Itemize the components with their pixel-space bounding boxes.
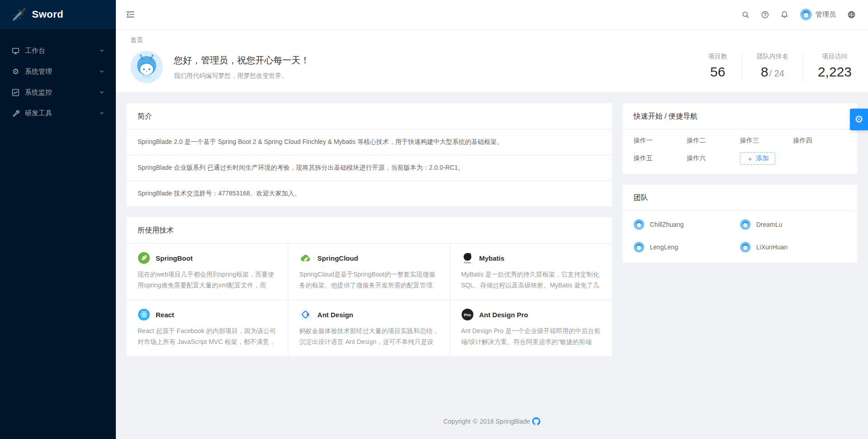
tech-name: Ant Design Pro	[479, 311, 528, 319]
sidebar-item-workbench[interactable]: 工作台	[0, 42, 116, 60]
add-button[interactable]: ＋ 添加	[740, 152, 775, 165]
quick-start-card: 快速开始 / 便捷导航 操作一 操作二 操作三 操作四 操作五 操作六 ＋ 添加	[623, 103, 857, 174]
tech-desc: 现在的web项目几乎都会用到spring框架，而要使用spring难免需要配置大…	[138, 269, 277, 291]
help-icon[interactable]	[761, 11, 769, 19]
antdesign-icon	[299, 308, 312, 321]
sidebar-item-label: 研发工具	[25, 109, 100, 118]
intro-card-title: 简介	[127, 103, 612, 129]
github-icon[interactable]	[532, 417, 540, 425]
stat-suffix: / 24	[769, 68, 784, 78]
content: 简介 SpringBlade 2.0 是一个基于 Spring Boot 2 &…	[116, 92, 868, 356]
sidebar-item-dev-tools[interactable]: 研发工具	[0, 104, 116, 122]
quick-link-6[interactable]: 操作六	[687, 154, 740, 162]
team-member-lengleng[interactable]: LengLeng	[634, 242, 740, 253]
sidebar-item-label: 系统管理	[25, 67, 100, 76]
tech-cell-springboot[interactable]: SpringBoot 现在的web项目几乎都会用到spring框架，而要使用sp…	[127, 243, 288, 300]
member-name: DreamLu	[756, 221, 782, 228]
welcome-subtitle: 我们用代码编写梦想，用梦想改变世界。	[174, 72, 310, 80]
user-name: 管理员	[816, 10, 836, 19]
member-avatar	[634, 242, 644, 253]
tech-grid: SpringBoot 现在的web项目几乎都会用到spring框架，而要使用sp…	[127, 243, 612, 356]
sidebar-item-label: 系统监控	[25, 88, 100, 97]
tech-desc: React 起源于 Facebook 的内部项目，因为该公司对市场上所有 Jav…	[138, 325, 277, 347]
member-name: LengLeng	[650, 243, 678, 251]
chevron-down-icon	[100, 69, 104, 74]
member-avatar	[634, 219, 644, 230]
menu-fold-button[interactable]	[116, 0, 145, 29]
top-bar: 管理员	[116, 0, 868, 29]
sidebar-menu: 工作台 ⚙ 系统管理 系统监控 研发工具	[0, 29, 116, 122]
intro-card: 简介 SpringBlade 2.0 是一个基于 Spring Boot 2 &…	[127, 103, 612, 206]
welcome-title: 您好，管理员，祝您开心每一天！	[174, 54, 310, 67]
intro-item: SpringBlade 企业版系列 已通过长时间生产环境的考验，现将其拆分出基础…	[127, 155, 612, 181]
tech-cell-mybatis[interactable]: MyBatis Mybatis MyBatis 是一款优秀的持久层框架，它支持定…	[450, 243, 612, 300]
user-avatar	[800, 9, 812, 20]
chevron-down-icon	[100, 90, 104, 95]
tech-cell-react[interactable]: React React 起源于 Facebook 的内部项目，因为该公司对市场上…	[127, 300, 288, 356]
tech-name: SpringCloud	[317, 254, 358, 262]
page-header: 首页 您好，管理员，祝您开心每一天！	[116, 29, 868, 92]
intro-item: SpringBlade 技术交流群号：477853168。欢迎大家加入。	[127, 181, 612, 206]
stat-label: 项目访问	[818, 52, 852, 61]
team-member-chillzhuang[interactable]: ChillZhuang	[634, 219, 740, 230]
stat-label: 团队内排名	[757, 52, 788, 61]
team-card-title: 团队	[623, 185, 857, 211]
sidebar-item-system-admin[interactable]: ⚙ 系统管理	[0, 62, 116, 81]
user-menu[interactable]: 管理员	[800, 9, 836, 20]
settings-fab-button[interactable]: ⚙	[850, 109, 868, 130]
sidebar-item-label: 工作台	[25, 47, 100, 55]
stat-visits: 项目访问 2,223	[803, 52, 854, 82]
plus-icon: ＋	[747, 155, 754, 162]
quick-link-1[interactable]: 操作一	[634, 137, 687, 145]
tech-cell-antdesignpro[interactable]: Pro Ant Design Pro Ant Design Pro 是一个企业级…	[450, 300, 612, 356]
language-globe-icon[interactable]	[848, 11, 855, 19]
page-scroll: 首页 您好，管理员，祝您开心每一天！	[116, 29, 868, 439]
chevron-down-icon	[100, 111, 104, 115]
react-icon	[138, 308, 150, 321]
app-logo[interactable]: 🗡️ Sword	[0, 0, 116, 29]
sidebar-item-system-monitor[interactable]: 系统监控	[0, 83, 116, 101]
tech-desc: Ant Design Pro 是一个企业级开箱即用的中后台前端/设计解决方案。符…	[461, 325, 601, 347]
tech-name: Mybatis	[479, 254, 505, 262]
stat-label: 项目数	[708, 52, 727, 61]
breadcrumb: 首页	[130, 36, 854, 44]
sidebar: 🗡️ Sword 工作台 ⚙ 系统管理 系统监控 研发工具	[0, 0, 116, 439]
search-icon[interactable]	[742, 11, 749, 19]
team-card: 团队 ChillZhuang DreamLu	[623, 185, 857, 262]
stat-value: 2,223	[818, 64, 852, 79]
bell-icon[interactable]	[781, 11, 788, 19]
menu-fold-icon	[126, 10, 134, 19]
footer-copyright-rest: 2018 SpringBlade	[480, 418, 530, 425]
mybatis-icon: MyBatis	[461, 252, 474, 264]
quick-link-5[interactable]: 操作五	[634, 154, 687, 162]
stat-team-rank: 团队内排名 8/ 24	[742, 52, 803, 82]
chevron-down-icon	[100, 48, 104, 53]
member-avatar	[740, 242, 751, 253]
sword-icon: 🗡️	[12, 8, 26, 22]
gear-icon: ⚙	[12, 68, 19, 76]
stats: 项目数 56 团队内排名 8/ 24 项目访问 2,223	[694, 52, 854, 82]
copyright-icon: ©	[473, 418, 477, 425]
tech-cell-antdesign[interactable]: Ant Design 蚂蚁金服体验技术部经过大量的项目实践和总结，沉淀出设计语言…	[288, 300, 450, 356]
tech-name: SpringBoot	[156, 254, 193, 262]
stat-projects: 项目数 56	[694, 52, 742, 82]
tech-name: Ant Design	[317, 311, 353, 319]
springboot-icon	[138, 252, 150, 264]
tech-desc: MyBatis 是一款优秀的持久层框架，它支持定制化 SQL、存储过程以及高级映…	[461, 269, 601, 291]
team-member-lixunhuan[interactable]: LiXunHuan	[740, 242, 846, 253]
settings-gear-icon: ⚙	[854, 114, 863, 125]
breadcrumb-home[interactable]: 首页	[130, 36, 143, 43]
tech-name: React	[156, 311, 174, 319]
quick-link-4[interactable]: 操作四	[793, 137, 847, 145]
footer: Copyright © 2018 SpringBlade	[116, 405, 868, 439]
quick-link-3[interactable]: 操作三	[740, 137, 793, 145]
tech-cell-springcloud[interactable]: SpringCloud SpringCloud是基于SpringBoot的一整套…	[288, 243, 450, 300]
member-name: ChillZhuang	[650, 221, 684, 228]
team-member-dreamlu[interactable]: DreamLu	[740, 219, 846, 230]
footer-copyright-word: Copyright	[444, 418, 471, 425]
member-name: LiXunHuan	[756, 243, 787, 251]
svg-text:MyBatis: MyBatis	[463, 262, 471, 264]
springcloud-icon	[299, 252, 312, 264]
quick-link-2[interactable]: 操作二	[687, 137, 740, 145]
stat-value: 8	[761, 64, 768, 79]
